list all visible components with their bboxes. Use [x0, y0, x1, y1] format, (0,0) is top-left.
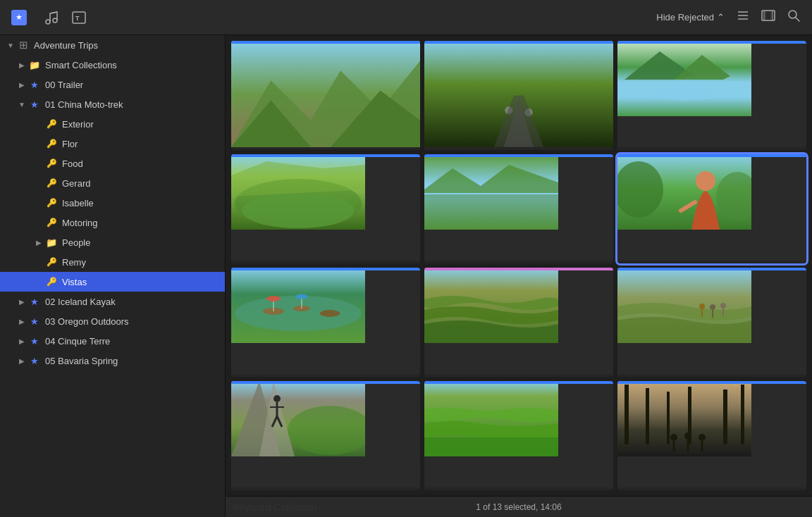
sidebar-item-01-china[interactable]: 01 China Moto-trek — [0, 94, 225, 114]
svg-point-73 — [684, 432, 691, 440]
video-grid: 150731_003 — [226, 35, 812, 496]
arrow-icon — [17, 356, 27, 366]
arrow-icon — [6, 40, 16, 50]
sidebar-item-motoring[interactable]: Motoring — [0, 213, 225, 232]
svg-point-56 — [273, 395, 281, 402]
clip-label: 150802_015 — [424, 147, 613, 150]
svg-point-42 — [320, 310, 340, 317]
svg-point-75 — [699, 434, 706, 441]
star-icon — [28, 98, 41, 111]
arrow-icon — [17, 297, 27, 306]
svg-point-46 — [295, 294, 308, 299]
clip-label: IMG_0367 — [617, 261, 806, 263]
music-icon[interactable] — [41, 8, 61, 27]
list-view-button[interactable] — [736, 8, 750, 26]
status-bar: 1 of 13 selected, 14:06 — [226, 496, 812, 517]
sidebar-item-label: Isabelle — [62, 198, 219, 208]
svg-point-28 — [242, 193, 355, 228]
sidebar-item-label: 03 Oregon Outdoors — [45, 316, 219, 327]
svg-rect-67 — [667, 392, 670, 444]
sidebar-item-label: Smart Collections — [45, 60, 219, 70]
arrow-icon — [17, 99, 27, 109]
star-icon — [28, 295, 41, 308]
svg-point-0 — [46, 20, 50, 24]
table-row[interactable]: 150802_015 — [424, 41, 613, 150]
svg-rect-63 — [424, 437, 558, 456]
grid-icon — [17, 39, 30, 51]
svg-point-39 — [235, 296, 362, 331]
sidebar-item-02-iceland[interactable]: 02 Iceland Kayak — [0, 292, 225, 311]
clip-label — [424, 487, 613, 490]
sidebar-item-04-cinque[interactable]: 04 Cinque Terre — [0, 331, 225, 351]
keyword-icon — [45, 216, 58, 229]
svg-point-49 — [699, 304, 705, 309]
sidebar-item-smart-collections[interactable]: Smart Collections — [0, 55, 225, 75]
sidebar-item-vistas[interactable]: Vistas — [0, 272, 225, 292]
table-row[interactable]: IMG_1775 — [617, 41, 806, 150]
toolbar-right: Hide Rejected ⌃ — [656, 8, 801, 26]
folder-icon — [45, 236, 58, 249]
sidebar-item-00-trailer[interactable]: 00 Trailer — [0, 75, 225, 94]
sidebar-item-label: 00 Trailer — [45, 80, 219, 90]
search-button[interactable] — [787, 8, 801, 26]
status-text: 1 of 13 selected, 14:06 — [476, 502, 561, 512]
sidebar-item-adventure-trips[interactable]: Adventure Trips — [0, 35, 225, 55]
arrow-icon — [34, 237, 44, 247]
sidebar-item-remy[interactable]: Remy — [0, 252, 225, 272]
sidebar-item-label: Motoring — [62, 218, 219, 228]
sidebar-item-isabelle[interactable]: Isabelle — [0, 193, 225, 213]
svg-line-14 — [796, 18, 799, 21]
sidebar-item-gerard[interactable]: Gerard — [0, 173, 225, 193]
table-row[interactable]: IMG_0322 — [231, 268, 420, 377]
folder-icon — [28, 58, 41, 71]
svg-marker-32 — [424, 194, 558, 230]
svg-rect-9 — [763, 11, 765, 20]
sidebar-item-label: Remy — [62, 257, 219, 268]
svg-point-34 — [696, 171, 715, 191]
text-icon[interactable]: T — [69, 8, 89, 27]
svg-line-2 — [50, 12, 57, 13]
keyword-icon — [45, 157, 58, 170]
clip-label: IMG_0322 — [231, 374, 420, 377]
table-row[interactable] — [617, 381, 806, 490]
table-row[interactable]: IMG_0367 — [617, 154, 806, 263]
star-icon — [28, 335, 41, 347]
arrow-icon — [17, 80, 27, 89]
keyword-icon — [45, 197, 58, 209]
sidebar-item-03-oregon[interactable]: 03 Oregon Outdoors — [0, 311, 225, 331]
sidebar-item-exterior[interactable]: Exterior — [0, 114, 225, 134]
table-row[interactable]: 150802_011 — [424, 268, 613, 377]
sidebar-item-label: Flor — [62, 139, 219, 149]
toolbar: ★ T Hide Rejected ⌃ — [0, 0, 812, 35]
hide-rejected-button[interactable]: Hide Rejected ⌃ — [656, 12, 725, 23]
table-row[interactable]: 150731_003 — [231, 41, 420, 150]
clip-label: IMG_0873 — [424, 261, 613, 263]
hide-rejected-arrow: ⌃ — [717, 12, 725, 23]
svg-point-44 — [266, 296, 281, 301]
sidebar-item-people[interactable]: People — [0, 232, 225, 252]
table-row[interactable] — [424, 381, 613, 490]
sidebar-item-flor[interactable]: Flor — [0, 134, 225, 154]
filmstrip-view-button[interactable] — [761, 8, 775, 26]
svg-rect-64 — [617, 381, 751, 456]
toolbar-left: ★ T — [11, 8, 89, 27]
clip-label: 150802_011 — [424, 374, 613, 377]
sidebar-item-label: Exterior — [62, 119, 219, 130]
clip-label — [617, 487, 806, 490]
sidebar-item-label: 01 China Moto-trek — [45, 99, 219, 110]
star-icon — [28, 354, 41, 367]
svg-point-25 — [656, 87, 713, 101]
table-row[interactable]: IMG_0873 — [424, 154, 613, 263]
sidebar-item-label: People — [62, 237, 219, 248]
svg-rect-66 — [646, 388, 649, 444]
sidebar-item-label: 02 Iceland Kayak — [45, 297, 219, 307]
app-icon[interactable]: ★ — [11, 10, 27, 25]
table-row[interactable] — [231, 381, 420, 490]
table-row[interactable]: IMG_1078 — [231, 154, 420, 263]
arrow-icon — [17, 316, 27, 326]
svg-rect-70 — [741, 385, 744, 444]
content-area: 150731_003 — [226, 35, 812, 517]
sidebar-item-05-bavaria[interactable]: 05 Bavaria Spring — [0, 351, 225, 370]
sidebar-item-food[interactable]: Food — [0, 154, 225, 173]
table-row[interactable]: 150802_010 — [617, 268, 806, 377]
